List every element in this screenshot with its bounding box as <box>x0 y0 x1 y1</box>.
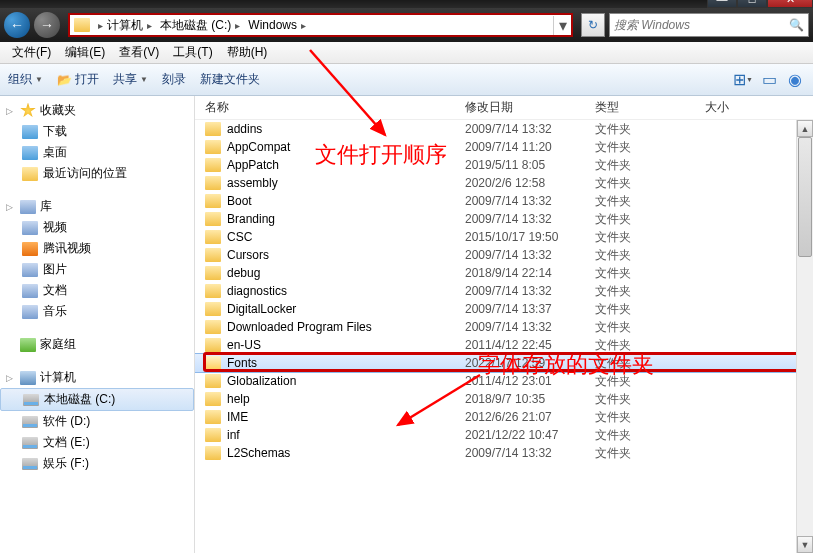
file-date: 2009/7/14 11:20 <box>465 140 595 154</box>
preview-icon[interactable]: ▭ <box>759 72 779 88</box>
file-row[interactable]: AppCompat2009/7/14 11:20文件夹 <box>195 138 813 156</box>
desktop-icon <box>22 146 38 160</box>
file-date: 2011/4/12 22:45 <box>465 338 595 352</box>
address-bar[interactable]: ▸计算机▸ 本地磁盘 (C:)▸ Windows▸ ▾ <box>68 13 573 37</box>
sidebar-downloads[interactable]: 下载 <box>0 121 194 142</box>
breadcrumb-item[interactable]: Windows▸ <box>244 18 310 32</box>
col-name[interactable]: 名称 <box>205 99 465 116</box>
sidebar-desktop[interactable]: 桌面 <box>0 142 194 163</box>
sidebar-video[interactable]: 视频 <box>0 217 194 238</box>
minimize-button[interactable]: — <box>707 0 737 8</box>
scroll-down-button[interactable]: ▼ <box>797 536 813 553</box>
file-row[interactable]: DigitalLocker2009/7/14 13:37文件夹 <box>195 300 813 318</box>
file-date: 2009/7/14 13:32 <box>465 212 595 226</box>
folder-icon <box>205 122 221 136</box>
sidebar-drive-c[interactable]: 本地磁盘 (C:) <box>0 388 194 411</box>
refresh-button[interactable]: ↻ <box>581 13 605 37</box>
menu-file[interactable]: 文件(F) <box>6 42 57 63</box>
sidebar-recent[interactable]: 最近访问的位置 <box>0 163 194 184</box>
file-row[interactable]: Boot2009/7/14 13:32文件夹 <box>195 192 813 210</box>
file-row[interactable]: Downloaded Program Files2009/7/14 13:32文… <box>195 318 813 336</box>
address-dropdown[interactable]: ▾ <box>553 16 571 35</box>
scroll-up-button[interactable]: ▲ <box>797 120 813 137</box>
column-headers[interactable]: 名称 修改日期 类型 大小 <box>195 96 813 120</box>
file-name: Globalization <box>227 374 465 388</box>
file-type: 文件夹 <box>595 121 705 138</box>
file-row[interactable]: Fonts2022/1/7 12:59文件夹 <box>195 354 813 372</box>
col-type[interactable]: 类型 <box>595 99 705 116</box>
sidebar-tencent[interactable]: 腾讯视频 <box>0 238 194 259</box>
file-row[interactable]: AppPatch2019/5/11 8:05文件夹 <box>195 156 813 174</box>
file-row[interactable]: diagnostics2009/7/14 13:32文件夹 <box>195 282 813 300</box>
burn-button[interactable]: 刻录 <box>162 71 186 88</box>
file-type: 文件夹 <box>595 301 705 318</box>
sidebar-computer[interactable]: ▷计算机 <box>0 367 194 388</box>
file-name: help <box>227 392 465 406</box>
sidebar-documents[interactable]: 文档 <box>0 280 194 301</box>
col-size[interactable]: 大小 <box>705 99 803 116</box>
close-button[interactable]: ✕ <box>767 0 813 8</box>
breadcrumb-item[interactable]: 本地磁盘 (C:)▸ <box>156 17 244 34</box>
file-row[interactable]: addins2009/7/14 13:32文件夹 <box>195 120 813 138</box>
search-box[interactable]: 🔍 <box>609 13 809 37</box>
folder-icon <box>205 140 221 154</box>
file-list[interactable]: addins2009/7/14 13:32文件夹AppCompat2009/7/… <box>195 120 813 550</box>
sidebar-drive-d[interactable]: 软件 (D:) <box>0 411 194 432</box>
forward-button[interactable]: → <box>34 12 60 38</box>
menu-view[interactable]: 查看(V) <box>113 42 165 63</box>
help-icon[interactable]: ◉ <box>785 72 805 88</box>
menu-help[interactable]: 帮助(H) <box>221 42 274 63</box>
file-row[interactable]: Branding2009/7/14 13:32文件夹 <box>195 210 813 228</box>
file-row[interactable]: assembly2020/2/6 12:58文件夹 <box>195 174 813 192</box>
file-type: 文件夹 <box>595 409 705 426</box>
file-type: 文件夹 <box>595 391 705 408</box>
file-type: 文件夹 <box>595 337 705 354</box>
file-date: 2022/1/7 12:59 <box>465 356 595 370</box>
search-input[interactable] <box>614 18 789 32</box>
menu-edit[interactable]: 编辑(E) <box>59 42 111 63</box>
file-type: 文件夹 <box>595 193 705 210</box>
back-button[interactable]: ← <box>4 12 30 38</box>
file-row[interactable]: Globalization2011/4/12 23:01文件夹 <box>195 372 813 390</box>
col-date[interactable]: 修改日期 <box>465 99 595 116</box>
scrollbar[interactable]: ▲ ▼ <box>796 120 813 553</box>
file-row[interactable]: Cursors2009/7/14 13:32文件夹 <box>195 246 813 264</box>
folder-icon <box>205 392 221 406</box>
file-type: 文件夹 <box>595 157 705 174</box>
file-row[interactable]: inf2021/12/22 10:47文件夹 <box>195 426 813 444</box>
file-row[interactable]: CSC2015/10/17 19:50文件夹 <box>195 228 813 246</box>
view-icon[interactable]: ⊞ ▼ <box>733 72 753 88</box>
file-date: 2009/7/14 13:32 <box>465 446 595 460</box>
file-row[interactable]: en-US2011/4/12 22:45文件夹 <box>195 336 813 354</box>
file-name: inf <box>227 428 465 442</box>
file-name: Branding <box>227 212 465 226</box>
sidebar-music[interactable]: 音乐 <box>0 301 194 322</box>
open-button[interactable]: 📂 打开 <box>57 71 99 88</box>
sidebar-libraries[interactable]: ▷库 <box>0 196 194 217</box>
maximize-button[interactable]: □ <box>737 0 767 8</box>
sidebar-drive-e[interactable]: 文档 (E:) <box>0 432 194 453</box>
menu-tools[interactable]: 工具(T) <box>167 42 218 63</box>
file-name: addins <box>227 122 465 136</box>
menu-bar: 文件(F) 编辑(E) 查看(V) 工具(T) 帮助(H) <box>0 42 813 64</box>
file-row[interactable]: help2018/9/7 10:35文件夹 <box>195 390 813 408</box>
sidebar-pictures[interactable]: 图片 <box>0 259 194 280</box>
organize-button[interactable]: 组织 ▼ <box>8 71 43 88</box>
sidebar-homegroup[interactable]: ▷家庭组 <box>0 334 194 355</box>
sidebar-favorites[interactable]: ▷收藏夹 <box>0 100 194 121</box>
share-button[interactable]: 共享 ▼ <box>113 71 148 88</box>
sidebar-drive-f[interactable]: 娱乐 (F:) <box>0 453 194 474</box>
file-row[interactable]: L2Schemas2009/7/14 13:32文件夹 <box>195 444 813 462</box>
file-date: 2009/7/14 13:32 <box>465 320 595 334</box>
file-row[interactable]: IME2012/6/26 21:07文件夹 <box>195 408 813 426</box>
breadcrumb-item[interactable]: ▸计算机▸ <box>94 17 156 34</box>
star-icon <box>20 103 36 119</box>
newfolder-button[interactable]: 新建文件夹 <box>200 71 260 88</box>
file-row[interactable]: debug2018/9/14 22:14文件夹 <box>195 264 813 282</box>
folder-icon <box>205 212 221 226</box>
file-name: DigitalLocker <box>227 302 465 316</box>
title-bar: — □ ✕ <box>0 0 813 8</box>
file-type: 文件夹 <box>595 427 705 444</box>
folder-icon <box>205 194 221 208</box>
scroll-thumb[interactable] <box>798 137 812 257</box>
